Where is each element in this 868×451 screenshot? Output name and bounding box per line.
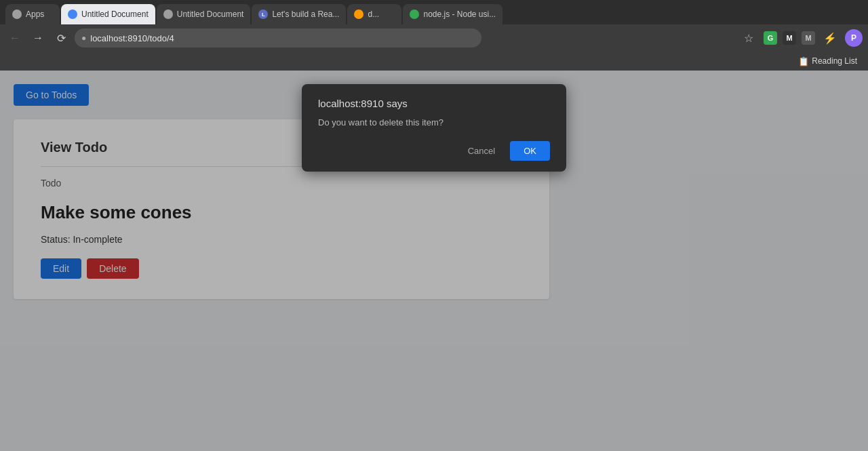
tab-untitled2[interactable]: Untitled Document	[157, 4, 251, 24]
star-button[interactable]: ☆	[739, 28, 758, 47]
refresh-button[interactable]: ⟳	[52, 28, 71, 47]
page-content: Go to Todos View Todo Todo Make some con…	[0, 71, 868, 451]
browser-window: Apps Untitled Document Untitled Document…	[0, 0, 868, 451]
tab-label-untitled1: Untitled Document	[81, 9, 149, 19]
tab-d[interactable]: d...	[347, 4, 401, 24]
tab-label-apps: Apps	[26, 9, 44, 19]
tab-favicon-apps	[12, 9, 22, 19]
extension-m[interactable]: M	[783, 31, 796, 45]
profile-avatar[interactable]: P	[845, 29, 863, 47]
address-bar[interactable]: ● localhost:8910/todo/4	[75, 28, 481, 47]
dialog-ok-button[interactable]: OK	[510, 141, 550, 161]
tab-favicon-nodejs	[410, 9, 419, 19]
tab-bar: Apps Untitled Document Untitled Document…	[0, 0, 868, 24]
tab-favicon-d	[354, 9, 363, 19]
puzzle-icon[interactable]: ⚡	[821, 28, 840, 47]
tab-label-nodejs: node.js - Node usi...	[423, 9, 496, 19]
tab-label-lets: Let's build a Rea...	[272, 9, 339, 19]
reading-list-label: Reading List	[812, 56, 857, 66]
secure-icon: ●	[81, 33, 86, 43]
extension-meta[interactable]: M	[802, 31, 815, 45]
dialog-buttons: Cancel OK	[318, 141, 550, 161]
tab-lets[interactable]: L Let's build a Rea...	[252, 4, 346, 24]
tab-nodejs[interactable]: node.js - Node usi...	[403, 4, 502, 24]
tab-favicon-lets: L	[258, 9, 268, 19]
tab-label-d: d...	[368, 9, 379, 19]
dialog-overlay: localhost:8910 says Do you want to delet…	[0, 71, 868, 451]
tab-label-untitled2: Untitled Document	[177, 9, 244, 19]
reading-list-icon: 📋	[798, 56, 809, 66]
tab-untitled1[interactable]: Untitled Document	[61, 4, 155, 24]
forward-button[interactable]: →	[28, 28, 47, 47]
bookmarks-bar: 📋 Reading List	[0, 52, 868, 71]
url-text: localhost:8910/todo/4	[90, 33, 174, 43]
back-button[interactable]: ←	[5, 28, 24, 47]
reading-list-button[interactable]: 📋 Reading List	[793, 55, 863, 68]
toolbar: ← → ⟳ ● localhost:8910/todo/4 ☆ G M M ⚡ …	[0, 24, 868, 52]
dialog-cancel-button[interactable]: Cancel	[458, 141, 505, 161]
tab-favicon-untitled2	[163, 9, 173, 19]
extension-g[interactable]: G	[764, 31, 777, 45]
confirm-dialog: localhost:8910 says Do you want to delet…	[302, 84, 566, 172]
toolbar-right: ☆ G M M ⚡ P	[739, 28, 863, 47]
dialog-title: localhost:8910 says	[318, 98, 550, 109]
dialog-message: Do you want to delete this item?	[318, 117, 550, 128]
tab-favicon-untitled1	[68, 9, 77, 19]
tab-apps[interactable]: Apps	[5, 4, 60, 24]
